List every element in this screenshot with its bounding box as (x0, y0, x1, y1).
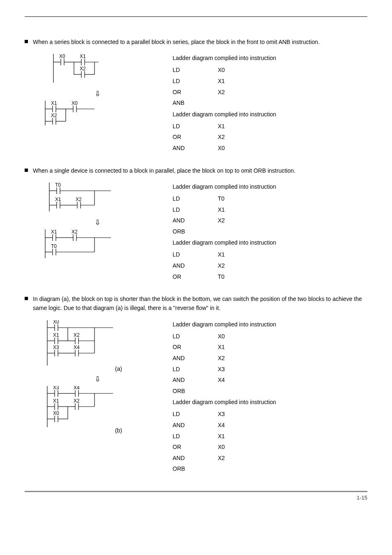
svg-text:T0: T0 (55, 183, 61, 188)
down-arrow-icon: ⇩ (41, 215, 173, 229)
diagram-label-b: (b) (41, 427, 173, 434)
svg-text:X4: X4 (74, 386, 80, 391)
ladder-diagram-1b: X1 X2 X0 (41, 101, 115, 130)
svg-text:X0: X0 (53, 320, 59, 325)
instruction-heading: Ladder diagram complied into instruction (173, 111, 367, 118)
down-arrow-icon: ⇩ (41, 372, 173, 386)
diagram-label-a: (a) (41, 365, 173, 372)
bullet-2: When a single device is connected to a b… (25, 166, 367, 175)
ladder-diagram-3b: X3 X4 X1 X2 X0 (41, 386, 131, 431)
ladder-diagram-2b: X1 X2 T0 (41, 229, 123, 262)
instruction-heading: Ladder diagram complied into instruction (173, 55, 367, 61)
bullet-3: In diagram (a), the block on top is shor… (25, 294, 367, 313)
svg-text:X1: X1 (53, 398, 59, 404)
svg-text:X2: X2 (74, 332, 80, 338)
svg-text:X3: X3 (53, 345, 59, 350)
ladder-diagram-3a: X0 X1 X2 X3 X4 (41, 320, 131, 370)
instruction-heading: Ladder diagram complied into instruction (173, 183, 367, 190)
page-number: 1-15 (25, 491, 367, 501)
svg-text:X1: X1 (55, 197, 61, 202)
svg-text:X1: X1 (53, 332, 59, 338)
svg-text:X2: X2 (71, 229, 78, 235)
instruction-heading: Ladder diagram complied into instruction (173, 321, 367, 328)
bullet-square-icon (25, 40, 28, 43)
bullet-square-icon (25, 297, 28, 300)
svg-text:T0: T0 (51, 243, 57, 249)
svg-text:X4: X4 (74, 345, 80, 350)
svg-text:X0: X0 (71, 101, 78, 106)
svg-text:X0: X0 (59, 54, 65, 59)
svg-text:X0: X0 (53, 410, 59, 416)
instruction-heading: Ladder diagram complied into instruction (173, 239, 367, 246)
bullet-text: When a single device is connected to a b… (33, 166, 367, 175)
down-arrow-icon: ⇩ (41, 87, 173, 101)
bullet-1: When a series block is connected to a pa… (25, 37, 367, 46)
instruction-heading: Ladder diagram complied into instruction (173, 399, 367, 405)
svg-text:X2: X2 (74, 398, 80, 404)
ladder-diagram-2a: T0 X1 X2 (41, 183, 123, 215)
svg-text:X2: X2 (51, 113, 57, 118)
bullet-text: When a series block is connected to a pa… (33, 37, 367, 46)
svg-text:X3: X3 (53, 386, 59, 391)
ladder-diagram-1a: X0 X1 X2 (41, 54, 115, 87)
svg-text:X2: X2 (76, 197, 82, 202)
svg-text:X1: X1 (80, 54, 86, 59)
bullet-text: In diagram (a), the block on top is shor… (33, 294, 367, 313)
bullet-square-icon (25, 169, 28, 172)
svg-text:X1: X1 (51, 229, 57, 235)
svg-text:X1: X1 (51, 101, 57, 106)
svg-text:X2: X2 (80, 66, 86, 72)
